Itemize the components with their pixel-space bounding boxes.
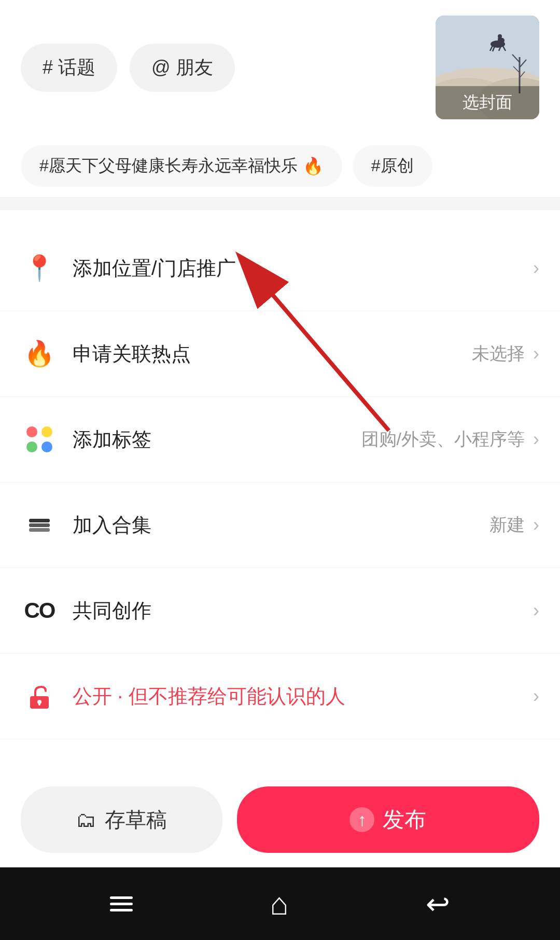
chevron-privacy: › [533, 685, 539, 707]
fire-icon: 🔥 [21, 335, 58, 372]
hashtag-item-1[interactable]: #愿天下父母健康长寿永远幸福快乐 🔥 [21, 145, 342, 187]
menu-label-tag: 添加标签 [73, 426, 361, 453]
svg-rect-17 [29, 519, 50, 522]
hashtag-item-2[interactable]: #原创 [353, 145, 432, 187]
location-icon: 📍 [21, 250, 58, 287]
fire-emoji-1: 🔥 [303, 156, 324, 176]
menu-item-location[interactable]: 📍 添加位置/门店推广 › [0, 226, 560, 311]
tag-hint: 团购/外卖、小程序等 [361, 427, 525, 451]
hashtag-text-1: #愿天下父母健康长寿永远幸福快乐 [39, 155, 298, 177]
menu-label-hotspot: 申请关联热点 [73, 341, 472, 367]
hashtag-text-2: #原创 [371, 155, 414, 177]
menu-right-location: › [529, 257, 539, 279]
home-icon: ⌂ [270, 887, 288, 921]
chevron-collection: › [533, 514, 539, 536]
hotspot-status: 未选择 [472, 342, 525, 366]
layers-icon [21, 506, 58, 544]
draft-button[interactable]: 🗂 存草稿 [21, 786, 222, 853]
menu-item-hotspot[interactable]: 🔥 申请关联热点 未选择 › [0, 311, 560, 397]
menu-label-cocreate: 共同创作 [73, 598, 529, 624]
tag-friend-button[interactable]: @ 朋友 [130, 44, 235, 92]
back-icon: ↩ [426, 888, 450, 920]
svg-rect-22 [38, 702, 40, 706]
lock-icon [21, 678, 58, 715]
nav-back-button[interactable]: ↩ [426, 887, 450, 921]
upload-icon: ↑ [349, 807, 374, 832]
draft-icon: 🗂 [76, 808, 96, 832]
menu-label-location: 添加位置/门店推广 [73, 255, 529, 282]
tag-topic-button[interactable]: # 话题 [21, 44, 117, 92]
co-icon: CO [21, 592, 58, 629]
chevron-tag: › [533, 428, 539, 450]
upload-arrow: ↑ [358, 810, 367, 830]
hashtag-scroll: #愿天下父母健康长寿永远幸福快乐 🔥 #原创 [0, 135, 560, 198]
nav-home-button[interactable]: ⌂ [270, 886, 288, 922]
chevron-hotspot: › [533, 343, 539, 365]
menu-label-privacy: 公开 · 但不推荐给可能认识的人 [73, 683, 529, 710]
chevron-location: › [533, 257, 539, 279]
menu-right-tag: 团购/外卖、小程序等 › [361, 427, 539, 451]
svg-rect-19 [29, 528, 50, 532]
cover-image-container[interactable]: 选封面 [436, 16, 539, 119]
publish-label: 发布 [383, 805, 426, 834]
colorful-dots-icon [21, 421, 58, 458]
cover-label: 选封面 [436, 86, 539, 119]
menu-item-privacy[interactable]: 公开 · 但不推荐给可能认识的人 › [0, 654, 560, 739]
tag-buttons: # 话题 @ 朋友 [21, 44, 436, 92]
collection-status: 新建 [489, 513, 525, 537]
menu-right-collection: 新建 › [489, 513, 539, 537]
svg-point-16 [498, 34, 502, 38]
nav-bar: ⌂ ↩ [0, 867, 560, 940]
menu-item-cocreate[interactable]: CO 共同创作 › [0, 568, 560, 654]
bottom-actions: 🗂 存草稿 ↑ 发布 [0, 772, 560, 867]
publish-button[interactable]: ↑ 发布 [237, 786, 539, 853]
nav-menu-button[interactable] [110, 896, 133, 911]
menu-right-privacy: › [529, 685, 539, 707]
menu-item-collection[interactable]: 加入合集 新建 › [0, 482, 560, 568]
chevron-cocreate: › [533, 600, 539, 621]
svg-rect-18 [29, 523, 50, 527]
co-text: CO [24, 598, 55, 623]
menu-right-cocreate: › [529, 600, 539, 621]
draft-label: 存草稿 [105, 806, 167, 834]
menu-right-hotspot: 未选择 › [472, 342, 539, 366]
menu-section: 📍 添加位置/门店推广 › 🔥 申请关联热点 未选择 › 添加标签 团购/外卖、… [0, 226, 560, 739]
section-divider [0, 198, 560, 210]
hamburger-icon [110, 896, 133, 911]
menu-label-collection: 加入合集 [73, 512, 489, 538]
menu-item-tag[interactable]: 添加标签 团购/外卖、小程序等 › [0, 397, 560, 482]
top-section: # 话题 @ 朋友 [0, 0, 560, 135]
